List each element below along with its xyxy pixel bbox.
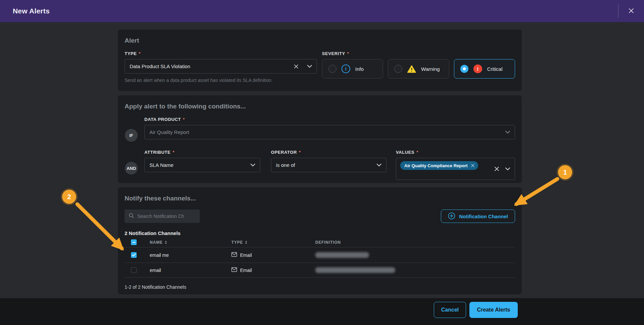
severity-option-info[interactable]: i Info: [322, 59, 383, 79]
data-product-label: DATA PRODUCT*: [144, 117, 515, 122]
redacted-definition: [315, 252, 369, 258]
row-checkbox-unchecked[interactable]: [131, 267, 137, 273]
cancel-button[interactable]: Cancel: [434, 302, 466, 318]
operator-value: is one of: [276, 162, 377, 168]
type-helper-text: Send an alert when a data product asset …: [125, 78, 317, 83]
modal-title: New Alerts: [13, 7, 50, 15]
operator-select[interactable]: is one of: [271, 158, 386, 172]
alert-heading: Alert: [125, 37, 515, 44]
radio-unchecked[interactable]: [328, 65, 336, 73]
data-product-value: Air Quality Report: [149, 129, 505, 135]
severity-option-label: Info: [355, 66, 364, 72]
operator-label: OPERATOR*: [271, 150, 386, 155]
redacted-definition: [315, 267, 395, 273]
table-row[interactable]: email Email: [125, 263, 515, 278]
required-asterisk: *: [416, 150, 418, 155]
info-icon: i: [341, 64, 350, 73]
chip-remove-icon[interactable]: [471, 164, 475, 168]
search-input[interactable]: [137, 214, 191, 219]
values-label: VALUES*: [396, 150, 515, 155]
email-icon: [231, 252, 237, 258]
attribute-label: ATTRIBUTE*: [144, 150, 260, 155]
severity-options: i Info Warning ! Critical: [322, 59, 515, 79]
attribute-value: SLA Name: [149, 162, 250, 168]
required-asterisk: *: [173, 150, 175, 155]
alert-section: Alert TYPE* Data Product SLA Violation S…: [118, 30, 522, 91]
severity-option-label: Critical: [487, 66, 503, 72]
header-divider: [618, 4, 618, 18]
sort-icon[interactable]: [165, 241, 167, 244]
close-icon: [628, 8, 634, 15]
required-asterisk: *: [299, 150, 301, 155]
conditions-heading: Apply alert to the following conditions.…: [125, 103, 515, 110]
table-row[interactable]: email me Email: [125, 247, 515, 263]
alert-type-value: Data Product SLA Violation: [130, 63, 294, 69]
critical-icon: !: [473, 64, 482, 73]
if-badge: IF: [125, 129, 138, 142]
channel-type: Email: [240, 268, 252, 273]
conditions-section: Apply alert to the following conditions.…: [118, 95, 522, 183]
modal-footer: Cancel Create Alerts: [0, 298, 644, 325]
modal-header: New Alerts: [0, 0, 644, 22]
chevron-down-icon[interactable]: [250, 164, 255, 167]
plus-circle-icon: [448, 212, 455, 221]
chevron-down-icon[interactable]: [505, 131, 510, 134]
severity-option-critical[interactable]: ! Critical: [454, 59, 515, 79]
alert-type-select[interactable]: Data Product SLA Violation: [125, 59, 317, 74]
chevron-down-icon[interactable]: [377, 164, 381, 167]
sort-icon[interactable]: [245, 241, 247, 244]
value-chip-label: Air Quality Compliance Report: [404, 163, 468, 168]
notify-section: Notify these channels... Notification Ch…: [118, 187, 522, 294]
radio-unchecked[interactable]: [394, 65, 402, 73]
channel-count: 2 Notification Channels: [125, 230, 515, 236]
channel-name: email me: [150, 252, 231, 258]
clear-icon[interactable]: [294, 64, 298, 69]
notification-channels-table: NAME TYPE DEFINITION email me: [125, 237, 515, 278]
pagination-text: 1-2 of 2 Notification Channels: [125, 284, 515, 290]
severity-option-warning[interactable]: Warning: [388, 59, 449, 79]
channel-name: email: [150, 268, 231, 273]
column-header-definition: DEFINITION: [315, 240, 515, 245]
required-asterisk: *: [183, 117, 185, 122]
and-badge: AND: [125, 162, 138, 175]
annotation-badge-2: 2: [62, 190, 76, 204]
close-button[interactable]: [625, 5, 637, 17]
required-asterisk: *: [347, 51, 349, 56]
data-product-select[interactable]: Air Quality Report: [144, 125, 515, 139]
column-header-name[interactable]: NAME: [150, 240, 231, 245]
chevron-down-icon[interactable]: [307, 65, 312, 68]
annotation-badge-1: 1: [558, 165, 572, 179]
channel-type: Email: [240, 252, 252, 258]
warning-icon: [407, 64, 416, 73]
severity-option-label: Warning: [421, 66, 440, 72]
column-header-type[interactable]: TYPE: [231, 240, 315, 245]
value-chip: Air Quality Compliance Report: [400, 161, 478, 170]
required-asterisk: *: [139, 51, 141, 56]
radio-checked[interactable]: [460, 65, 468, 73]
type-label: TYPE*: [125, 51, 317, 56]
email-icon: [231, 267, 237, 273]
create-alerts-button[interactable]: Create Alerts: [469, 302, 518, 318]
table-header-row: NAME TYPE DEFINITION: [125, 237, 515, 247]
attribute-select[interactable]: SLA Name: [144, 158, 260, 172]
severity-label: SEVERITY*: [322, 51, 515, 56]
notify-heading: Notify these channels...: [125, 195, 515, 202]
